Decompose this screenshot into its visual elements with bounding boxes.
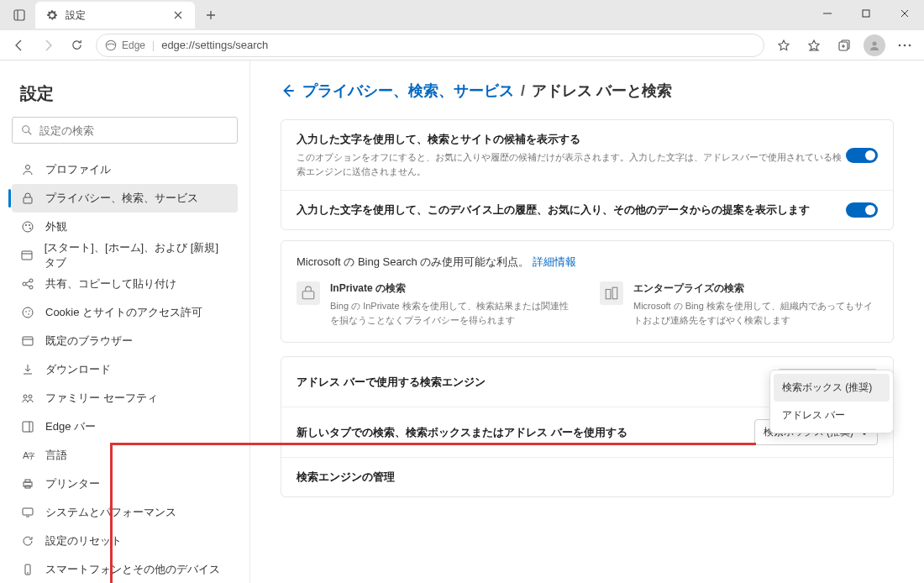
settings-search-box[interactable] — [12, 117, 238, 144]
sidebar-item-label: 言語 — [45, 448, 67, 463]
sidebar-item-download[interactable]: ダウンロード — [12, 355, 238, 384]
svg-rect-47 — [302, 292, 314, 299]
svg-point-21 — [23, 282, 26, 286]
window-maximize-button[interactable] — [847, 0, 885, 27]
browser-toolbar: Edge | edge://settings/search — [0, 30, 924, 60]
svg-point-10 — [909, 44, 911, 46]
window-close-button[interactable] — [885, 0, 924, 27]
sidebar-item-phone[interactable]: スマートフォンとその他のデバイス — [12, 555, 238, 583]
sidebar-item-tabs[interactable]: [スタート]、[ホーム]、および [新規] タブ — [12, 241, 238, 270]
sidebar-item-printer[interactable]: プリンター — [12, 470, 238, 498]
tab-actions-button[interactable] — [7, 3, 32, 28]
edge-icon — [105, 39, 117, 51]
profile-button[interactable] — [860, 33, 889, 58]
sidebar-item-label: [スタート]、[ホーム]、および [新規] タブ — [45, 240, 229, 270]
back-button[interactable] — [5, 33, 34, 58]
refresh-button[interactable] — [62, 33, 91, 58]
sidebar-heading: 設定 — [20, 82, 238, 105]
sidebar-item-lock[interactable]: プライバシー、検索、サービス — [12, 184, 238, 213]
tab-close-button[interactable] — [171, 8, 185, 22]
svg-line-25 — [26, 285, 29, 286]
breadcrumb-parent-link[interactable]: プライバシー、検索、サービス — [302, 81, 514, 101]
printer-icon — [20, 476, 35, 491]
window-titlebar: 設定 — [0, 0, 924, 30]
new-tab-button[interactable] — [198, 3, 223, 28]
reset-icon — [20, 533, 35, 549]
sidebar-item-label: 外観 — [45, 219, 67, 234]
inprivate-icon — [297, 281, 320, 305]
dropdown-option-searchbox[interactable]: 検索ボックス (推奨) — [774, 374, 890, 402]
enterprise-icon — [600, 281, 623, 305]
sidebar-item-profile[interactable]: プロファイル — [12, 155, 238, 184]
svg-point-27 — [25, 311, 27, 313]
svg-rect-14 — [24, 197, 32, 203]
sidebar-item-reset[interactable]: 設定のリセット — [12, 527, 238, 555]
cookie-icon — [20, 305, 35, 320]
svg-rect-34 — [23, 422, 33, 432]
manage-search-engines-row[interactable]: 検索エンジンの管理 — [281, 458, 893, 496]
svg-point-17 — [29, 224, 30, 226]
svg-point-33 — [29, 395, 32, 398]
settings-search-input[interactable] — [39, 124, 228, 137]
window-minimize-button[interactable] — [808, 0, 847, 27]
sidebar-item-label: ファミリー セーフティ — [45, 391, 158, 406]
sidebar-item-label: 共有、コピーして貼り付け — [45, 276, 176, 292]
inprivate-desc: Bing の InPrivate 検索を使用して、検索結果または関連性を損なうこ… — [330, 299, 575, 327]
sidebar-item-label: プロファイル — [45, 162, 111, 177]
address-bar[interactable]: Edge | edge://settings/search — [96, 34, 764, 57]
search-icon — [21, 124, 33, 136]
svg-point-32 — [24, 395, 27, 398]
favorites-list-button[interactable] — [800, 33, 828, 58]
sidebar-item-share[interactable]: 共有、コピーして貼り付け — [12, 270, 238, 298]
download-icon — [20, 362, 35, 377]
setting-suggestions-title: 入力した文字を使用して、検索とサイトの候補を表示する — [297, 132, 846, 147]
sidebar-item-cookie[interactable]: Cookie とサイトのアクセス許可 — [12, 298, 238, 327]
setting-suggestions-toggle[interactable] — [846, 148, 878, 163]
collections-button[interactable] — [830, 33, 858, 58]
svg-rect-41 — [23, 508, 33, 515]
manage-search-engines-title: 検索エンジンの管理 — [297, 470, 878, 485]
svg-rect-48 — [606, 290, 611, 299]
sidebar-item-label: Edge バー — [45, 419, 96, 434]
sidebar-item-system[interactable]: システムとパフォーマンス — [12, 498, 238, 527]
sidebar-item-edgebar[interactable]: Edge バー — [12, 412, 238, 441]
svg-rect-19 — [22, 251, 32, 260]
sidebar-item-family[interactable]: ファミリー セーフティ — [12, 384, 238, 412]
sidebar-item-browser[interactable]: 既定のブラウザー — [12, 327, 238, 355]
svg-point-23 — [29, 286, 33, 289]
breadcrumb-separator: / — [521, 82, 525, 100]
setting-localdata-toggle[interactable] — [846, 202, 878, 218]
setting-localdata-title: 入力した文字を使用して、このデバイス上の履歴、お気に入り、その他のデータからの提… — [297, 202, 846, 218]
sidebar-item-label: プリンター — [45, 476, 100, 491]
family-icon — [20, 391, 35, 406]
favorite-button[interactable] — [769, 33, 798, 58]
svg-point-29 — [28, 313, 29, 315]
svg-rect-0 — [14, 10, 24, 20]
sidebar-item-label: Cookie とサイトのアクセス許可 — [45, 305, 202, 320]
bing-info-text: Microsoft の Bing Search のみ使用可能な利点。 — [297, 255, 529, 268]
settings-main: プライバシー、検索、サービス / アドレス バーと検索 入力した文字を使用して、… — [250, 60, 924, 583]
breadcrumb-back-button[interactable] — [281, 83, 296, 98]
sidebar-item-label: プライバシー、検索、サービス — [45, 191, 198, 206]
menu-button[interactable] — [890, 33, 919, 58]
forward-button[interactable] — [34, 33, 62, 58]
settings-sidebar: 設定 プロファイルプライバシー、検索、サービス外観[スタート]、[ホーム]、およ… — [0, 60, 250, 583]
share-icon — [20, 276, 35, 292]
sidebar-item-appearance[interactable]: 外観 — [12, 213, 238, 241]
inprivate-title: InPrivate の検索 — [330, 281, 575, 296]
lang-icon: A字 — [20, 448, 35, 463]
svg-text:字: 字 — [28, 452, 34, 460]
svg-point-11 — [23, 126, 29, 133]
svg-rect-30 — [23, 337, 33, 345]
sidebar-item-label: スマートフォンとその他のデバイス — [45, 562, 220, 577]
tab-title: 設定 — [66, 8, 171, 23]
browser-tab[interactable]: 設定 — [35, 2, 195, 29]
system-icon — [20, 505, 35, 520]
sidebar-item-lang[interactable]: A字言語 — [12, 441, 238, 470]
svg-point-8 — [899, 44, 901, 46]
svg-point-15 — [23, 222, 33, 232]
svg-point-7 — [873, 41, 877, 45]
svg-point-13 — [26, 165, 30, 170]
bing-info-link[interactable]: 詳細情報 — [533, 255, 576, 268]
dropdown-option-addressbar[interactable]: アドレス バー — [774, 402, 890, 429]
